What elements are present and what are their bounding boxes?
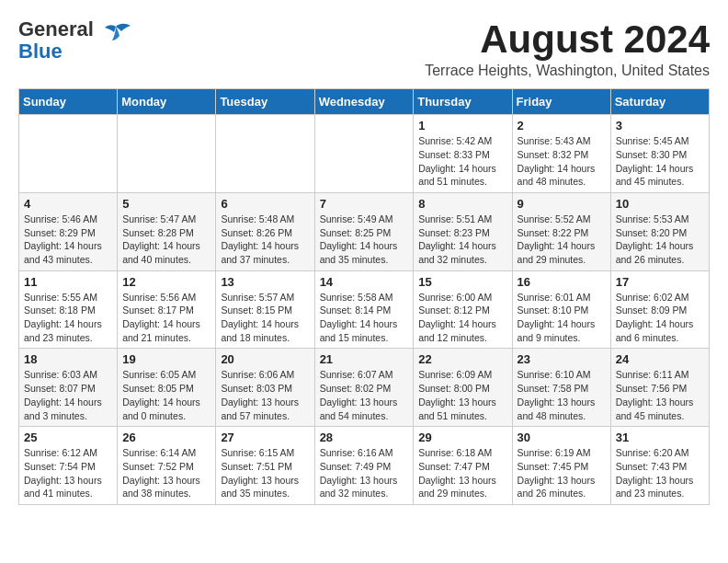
day-info: Sunrise: 5:52 AMSunset: 8:22 PMDaylight:… [518, 213, 606, 267]
day-number: 21 [320, 352, 409, 366]
day-info: Sunrise: 6:18 AMSunset: 7:47 PMDaylight:… [418, 446, 506, 500]
day-number: 27 [221, 431, 309, 444]
calendar-cell: 11Sunrise: 5:55 AMSunset: 8:18 PMDayligh… [19, 270, 118, 349]
day-info: Sunrise: 6:00 AMSunset: 8:12 PMDaylight:… [418, 291, 506, 345]
day-info: Sunrise: 5:58 AMSunset: 8:14 PMDaylight:… [320, 291, 409, 345]
calendar-cell: 9Sunrise: 5:52 AMSunset: 8:22 PMDaylight… [512, 192, 610, 270]
day-info: Sunrise: 6:10 AMSunset: 7:58 PMDaylight:… [518, 368, 606, 422]
calendar-header-row: SundayMondayTuesdayWednesdayThursdayFrid… [19, 89, 710, 115]
day-info: Sunrise: 6:19 AMSunset: 7:45 PMDaylight:… [518, 446, 606, 500]
logo: General Blue [18, 18, 132, 63]
day-number: 16 [518, 275, 606, 289]
calendar-cell: 22Sunrise: 6:09 AMSunset: 8:00 PMDayligh… [414, 349, 512, 427]
day-number: 20 [221, 352, 309, 366]
day-number: 17 [616, 275, 704, 289]
calendar-week-5: 25Sunrise: 6:12 AMSunset: 7:54 PMDayligh… [19, 427, 710, 505]
day-number: 19 [122, 352, 210, 366]
day-number: 13 [221, 275, 309, 289]
day-info: Sunrise: 6:02 AMSunset: 8:09 PMDaylight:… [616, 291, 704, 345]
logo-bird-icon [99, 22, 132, 50]
calendar-cell: 29Sunrise: 6:18 AMSunset: 7:47 PMDayligh… [414, 427, 512, 505]
calendar-cell [19, 115, 118, 193]
calendar-cell: 26Sunrise: 6:14 AMSunset: 7:52 PMDayligh… [118, 427, 216, 505]
calendar-cell: 27Sunrise: 6:15 AMSunset: 7:51 PMDayligh… [216, 427, 314, 505]
day-info: Sunrise: 6:15 AMSunset: 7:51 PMDaylight:… [221, 446, 309, 500]
month-title: August 2024 [425, 18, 710, 61]
day-number: 10 [616, 197, 704, 211]
day-number: 15 [418, 275, 506, 289]
day-info: Sunrise: 6:14 AMSunset: 7:52 PMDaylight:… [122, 446, 210, 500]
calendar-cell: 10Sunrise: 5:53 AMSunset: 8:20 PMDayligh… [610, 192, 709, 270]
column-header-friday: Friday [512, 89, 610, 115]
column-header-thursday: Thursday [414, 89, 512, 115]
day-number: 22 [418, 352, 506, 366]
day-number: 4 [24, 197, 112, 211]
day-info: Sunrise: 6:11 AMSunset: 7:56 PMDaylight:… [616, 368, 704, 422]
day-number: 23 [518, 352, 606, 366]
calendar-week-3: 11Sunrise: 5:55 AMSunset: 8:18 PMDayligh… [19, 270, 710, 349]
calendar-cell: 4Sunrise: 5:46 AMSunset: 8:29 PMDaylight… [19, 192, 118, 270]
day-number: 3 [616, 119, 704, 132]
calendar-cell: 1Sunrise: 5:42 AMSunset: 8:33 PMDaylight… [414, 115, 512, 193]
column-header-tuesday: Tuesday [216, 89, 314, 115]
title-area: August 2024 Terrace Heights, Washington,… [425, 18, 710, 79]
day-info: Sunrise: 6:01 AMSunset: 8:10 PMDaylight:… [518, 291, 606, 345]
day-number: 8 [418, 197, 506, 211]
day-number: 11 [24, 275, 112, 289]
calendar-cell: 14Sunrise: 5:58 AMSunset: 8:14 PMDayligh… [314, 270, 414, 349]
calendar-cell: 23Sunrise: 6:10 AMSunset: 7:58 PMDayligh… [512, 349, 610, 427]
day-info: Sunrise: 6:12 AMSunset: 7:54 PMDaylight:… [24, 446, 112, 500]
day-info: Sunrise: 6:07 AMSunset: 8:02 PMDaylight:… [320, 368, 409, 422]
day-info: Sunrise: 5:46 AMSunset: 8:29 PMDaylight:… [24, 213, 112, 267]
calendar-cell: 6Sunrise: 5:48 AMSunset: 8:26 PMDaylight… [216, 192, 314, 270]
column-header-sunday: Sunday [19, 89, 118, 115]
day-info: Sunrise: 6:09 AMSunset: 8:00 PMDaylight:… [418, 368, 506, 422]
day-number: 24 [616, 352, 704, 366]
logo-blue: Blue [18, 40, 63, 63]
calendar-cell: 17Sunrise: 6:02 AMSunset: 8:09 PMDayligh… [610, 270, 709, 349]
day-info: Sunrise: 6:20 AMSunset: 7:43 PMDaylight:… [616, 446, 704, 500]
calendar-cell: 16Sunrise: 6:01 AMSunset: 8:10 PMDayligh… [512, 270, 610, 349]
day-info: Sunrise: 5:45 AMSunset: 8:30 PMDaylight:… [616, 134, 704, 189]
calendar-cell: 24Sunrise: 6:11 AMSunset: 7:56 PMDayligh… [610, 349, 709, 427]
day-number: 2 [518, 119, 606, 132]
day-number: 1 [418, 119, 506, 132]
calendar-cell: 7Sunrise: 5:49 AMSunset: 8:25 PMDaylight… [314, 192, 414, 270]
day-number: 7 [320, 197, 409, 211]
day-info: Sunrise: 5:55 AMSunset: 8:18 PMDaylight:… [24, 291, 112, 345]
calendar-cell: 3Sunrise: 5:45 AMSunset: 8:30 PMDaylight… [610, 115, 709, 193]
calendar-cell: 18Sunrise: 6:03 AMSunset: 8:07 PMDayligh… [19, 349, 118, 427]
day-number: 18 [24, 352, 112, 366]
calendar-cell: 28Sunrise: 6:16 AMSunset: 7:49 PMDayligh… [314, 427, 414, 505]
day-info: Sunrise: 5:47 AMSunset: 8:28 PMDaylight:… [122, 213, 210, 267]
day-info: Sunrise: 6:03 AMSunset: 8:07 PMDaylight:… [24, 368, 112, 422]
calendar-cell: 30Sunrise: 6:19 AMSunset: 7:45 PMDayligh… [512, 427, 610, 505]
day-number: 25 [24, 431, 112, 444]
day-info: Sunrise: 6:06 AMSunset: 8:03 PMDaylight:… [221, 368, 309, 422]
day-info: Sunrise: 5:57 AMSunset: 8:15 PMDaylight:… [221, 291, 309, 345]
logo-general: General [18, 17, 94, 40]
calendar-cell [314, 115, 414, 193]
day-info: Sunrise: 5:49 AMSunset: 8:25 PMDaylight:… [320, 213, 409, 267]
calendar-cell: 20Sunrise: 6:06 AMSunset: 8:03 PMDayligh… [216, 349, 314, 427]
day-number: 29 [418, 431, 506, 444]
day-number: 31 [616, 431, 704, 444]
calendar-cell: 31Sunrise: 6:20 AMSunset: 7:43 PMDayligh… [610, 427, 709, 505]
calendar-cell: 5Sunrise: 5:47 AMSunset: 8:28 PMDaylight… [118, 192, 216, 270]
day-info: Sunrise: 6:16 AMSunset: 7:49 PMDaylight:… [320, 446, 409, 500]
column-header-monday: Monday [118, 89, 216, 115]
calendar-cell: 25Sunrise: 6:12 AMSunset: 7:54 PMDayligh… [19, 427, 118, 505]
day-number: 9 [518, 197, 606, 211]
page-header: General Blue August 2024 Terrace Heights… [18, 18, 710, 79]
calendar-week-4: 18Sunrise: 6:03 AMSunset: 8:07 PMDayligh… [19, 349, 710, 427]
day-number: 14 [320, 275, 409, 289]
calendar-cell [118, 115, 216, 193]
day-info: Sunrise: 5:48 AMSunset: 8:26 PMDaylight:… [221, 213, 309, 267]
day-number: 28 [320, 431, 409, 444]
day-info: Sunrise: 6:05 AMSunset: 8:05 PMDaylight:… [122, 368, 210, 422]
calendar-cell: 15Sunrise: 6:00 AMSunset: 8:12 PMDayligh… [414, 270, 512, 349]
calendar-cell [216, 115, 314, 193]
day-number: 12 [122, 275, 210, 289]
calendar-week-1: 1Sunrise: 5:42 AMSunset: 8:33 PMDaylight… [19, 115, 710, 193]
calendar-cell: 13Sunrise: 5:57 AMSunset: 8:15 PMDayligh… [216, 270, 314, 349]
